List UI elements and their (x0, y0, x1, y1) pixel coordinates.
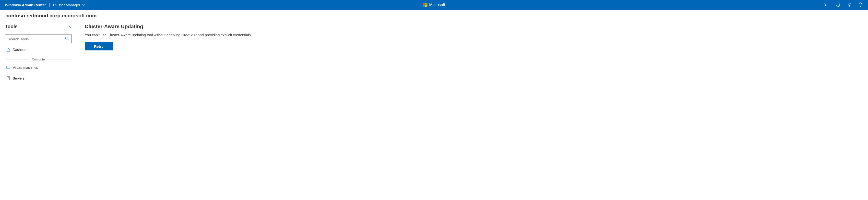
microsoft-logo-icon (423, 3, 427, 7)
sidebar-item-servers[interactable]: Servers (5, 74, 76, 83)
sidebar-item-label: Dashboard (13, 48, 30, 52)
server-icon (6, 76, 10, 80)
gear-icon[interactable] (847, 2, 852, 7)
chevron-left-icon (68, 25, 72, 28)
svg-rect-5 (7, 66, 10, 68)
brand-label: Windows Admin Center (5, 3, 46, 7)
top-bar-left: Windows Admin Center Cluster Manager (5, 3, 85, 7)
search-icon (65, 36, 69, 41)
sidebar-item-label: Servers (13, 76, 25, 80)
sidebar-item-virtual-machines[interactable]: Virtual machines (5, 63, 76, 72)
console-icon[interactable] (825, 2, 829, 7)
top-bar-right (825, 2, 863, 7)
help-icon[interactable] (858, 2, 863, 7)
microsoft-label: Microsoft (429, 3, 445, 7)
error-message: You can't use Cluster-Aware updating too… (85, 33, 859, 37)
sidebar-item-label: Virtual machines (13, 66, 38, 69)
sidebar-item-dashboard[interactable]: Dashboard (5, 45, 76, 54)
svg-point-2 (860, 6, 861, 7)
svg-rect-7 (7, 77, 9, 80)
tools-title: Tools (5, 24, 18, 29)
collapse-sidebar-button[interactable] (67, 23, 73, 30)
retry-button[interactable]: Retry (85, 42, 113, 51)
sidebar: Tools Dashboard Compute Virtual machines (0, 19, 76, 85)
top-bar-center: Microsoft (423, 3, 445, 7)
section-compute: Compute (5, 58, 72, 61)
context-label: Cluster Manager (53, 3, 80, 7)
home-icon (6, 48, 10, 52)
top-bar: Windows Admin Center Cluster Manager Mic… (0, 0, 868, 10)
search-input[interactable] (8, 37, 65, 41)
search-tools[interactable] (5, 35, 72, 43)
main-content: Cluster-Aware Updating You can't use Clu… (76, 19, 868, 85)
svg-point-1 (849, 4, 850, 6)
chevron-down-icon (82, 3, 85, 7)
page-title: Cluster-Aware Updating (85, 24, 859, 29)
bell-icon[interactable] (836, 2, 841, 7)
svg-point-3 (66, 37, 68, 39)
svg-line-4 (68, 39, 69, 40)
divider (50, 3, 50, 7)
monitor-icon (6, 66, 10, 69)
context-switcher[interactable]: Cluster Manager (53, 3, 85, 7)
host-name: contoso.redmond.corp.microsoft.com (0, 10, 868, 19)
